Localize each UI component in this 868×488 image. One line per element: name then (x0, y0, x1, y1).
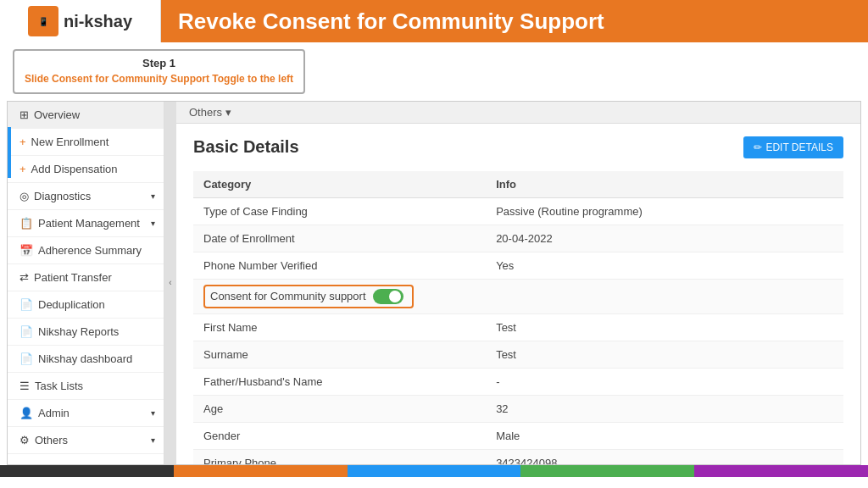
row-info: Male (486, 422, 843, 449)
header-title: Revoke Consent for Community Support (161, 0, 868, 42)
logo-text: ni-kshay (64, 12, 132, 31)
patient-transfer-icon: ⇄ (19, 271, 29, 284)
chevron-down-icon: ▾ (151, 191, 155, 201)
step-label: Step 1 (25, 57, 293, 69)
deduplication-icon: 📄 (19, 298, 33, 311)
row-category: Phone Number Verified (193, 252, 486, 279)
overview-icon: ⊞ (19, 108, 29, 121)
basic-details-header: Basic Details ✏ EDIT DETAILS (193, 136, 843, 158)
new-enrollment-icon: + (19, 136, 26, 148)
chevron-down-icon: ▾ (151, 435, 155, 445)
sidebar-item-label: Patient Management (38, 217, 146, 230)
sidebar-item-adherence-summary[interactable]: 📅 Adherence Summary (8, 237, 164, 264)
row-category: First Name (193, 313, 486, 341)
sidebar-item-deduplication[interactable]: 📄 Deduplication (8, 291, 164, 319)
sidebar-item-overview[interactable]: ⊞ Overview (8, 102, 164, 129)
others-bar-label: Others ▾ (189, 106, 231, 119)
row-category: Father/Husband's Name (193, 368, 486, 395)
table-row: Age 32 (193, 395, 843, 422)
others-bar[interactable]: Others ▾ (176, 102, 860, 124)
basic-details-section: Basic Details ✏ EDIT DETAILS Category In… (176, 124, 860, 464)
row-info: Yes (486, 252, 843, 279)
row-info: Test (486, 341, 843, 368)
admin-icon: 👤 (19, 407, 33, 419)
info-column-header: Info (486, 171, 843, 198)
sidebar-item-others[interactable]: ⚙ Others ▾ (8, 427, 164, 454)
sidebar-item-label: Others (35, 434, 146, 446)
logo-area: 📱 ni-kshay (0, 0, 161, 42)
row-info: 3423424098 (486, 449, 843, 464)
table-row: Type of Case Finding Passive (Routine pr… (193, 197, 843, 225)
details-table: Category Info Type of Case Finding Passi… (193, 171, 843, 464)
edit-button-label: EDIT DETAILS (765, 141, 833, 153)
step-area: Step 1 Slide Consent for Community Suppo… (0, 42, 868, 101)
sidebar-item-label: New Enrollment (31, 136, 109, 148)
main-layout: ⊞ Overview + New Enrollment + Add Dispen… (7, 101, 861, 465)
sidebar-item-label: Patient Transfer (34, 271, 112, 284)
add-dispensation-icon: + (19, 163, 26, 175)
sidebar-item-nikshay-dashboard[interactable]: 📄 Nikshay dashboard (8, 346, 164, 373)
consent-row: Consent for Community support (193, 279, 843, 313)
sidebar-item-patient-transfer[interactable]: ⇄ Patient Transfer (8, 264, 164, 291)
row-category: Type of Case Finding (193, 197, 486, 225)
table-row: Date of Enrollment 20-04-2022 (193, 225, 843, 252)
sidebar-item-label: Deduplication (38, 298, 105, 311)
category-column-header: Category (193, 171, 486, 198)
sidebar-item-patient-management[interactable]: 📋 Patient Management ▾ (8, 210, 164, 237)
logo-icon: 📱 (28, 6, 58, 36)
footer-bar-1 (0, 465, 174, 477)
consent-label: Consent for Community support (210, 290, 366, 302)
footer-bar-4 (520, 465, 694, 477)
edit-details-button[interactable]: ✏ EDIT DETAILS (743, 136, 843, 158)
table-row: Gender Male (193, 422, 843, 449)
edit-icon: ✏ (754, 141, 762, 153)
step-box: Step 1 Slide Consent for Community Suppo… (13, 49, 305, 94)
sidebar: ⊞ Overview + New Enrollment + Add Dispen… (8, 102, 164, 464)
row-info: - (486, 368, 843, 395)
sidebar-item-label: Admin (38, 407, 146, 419)
footer-bars (0, 465, 868, 477)
nikshay-reports-icon: 📄 (19, 325, 33, 338)
table-row: First Name Test (193, 313, 843, 341)
table-header-row: Category Info (193, 171, 843, 198)
sidebar-item-add-dispensation[interactable]: + Add Dispensation (8, 156, 164, 183)
table-row: Primary Phone 3423424098 (193, 449, 843, 464)
row-category: Date of Enrollment (193, 225, 486, 252)
row-category: Surname (193, 341, 486, 368)
consent-category: Consent for Community support (193, 279, 486, 313)
others-icon: ⚙ (19, 434, 30, 446)
top-header: 📱 ni-kshay Revoke Consent for Community … (0, 0, 868, 42)
sidebar-item-diagnostics[interactable]: ◎ Diagnostics ▾ (8, 183, 164, 210)
chevron-down-icon: ▾ (151, 219, 155, 228)
sidebar-collapse-button[interactable]: ‹ (164, 102, 176, 464)
sidebar-item-label: Diagnostics (34, 190, 146, 202)
nikshay-dashboard-icon: 📄 (19, 352, 33, 365)
row-info: 20-04-2022 (486, 225, 843, 252)
sidebar-item-label: Nikshay dashboard (38, 352, 132, 365)
row-info: Test (486, 313, 843, 341)
task-lists-icon: ☰ (19, 380, 30, 392)
diagnostics-icon: ◎ (19, 190, 29, 202)
step-description: Slide Consent for Community Support Togg… (25, 73, 293, 86)
footer-bar-3 (348, 465, 521, 477)
chevron-down-icon: ▾ (151, 408, 155, 418)
sidebar-item-nikshay-reports[interactable]: 📄 Nikshay Reports (8, 319, 164, 346)
consent-cell-wrapper: Consent for Community support (203, 285, 414, 308)
sidebar-item-label: Nikshay Reports (38, 325, 119, 338)
row-category: Age (193, 395, 486, 422)
content-area: Others ▾ Basic Details ✏ EDIT DETAILS Ca… (176, 102, 860, 464)
sidebar-item-task-lists[interactable]: ☰ Task Lists (8, 373, 164, 400)
consent-info (486, 279, 843, 313)
row-info: 32 (486, 395, 843, 422)
basic-details-title: Basic Details (193, 137, 299, 157)
sidebar-item-label: Add Dispensation (31, 163, 118, 175)
table-row: Phone Number Verified Yes (193, 252, 843, 279)
sidebar-item-admin[interactable]: 👤 Admin ▾ (8, 400, 164, 427)
table-row: Father/Husband's Name - (193, 368, 843, 395)
community-support-toggle[interactable] (373, 289, 403, 304)
sidebar-item-new-enrollment[interactable]: + New Enrollment (8, 129, 164, 156)
row-info: Passive (Routine programme) (486, 197, 843, 225)
footer-bar-5 (694, 465, 868, 477)
patient-management-icon: 📋 (19, 217, 33, 230)
sidebar-item-label: Task Lists (35, 380, 83, 392)
